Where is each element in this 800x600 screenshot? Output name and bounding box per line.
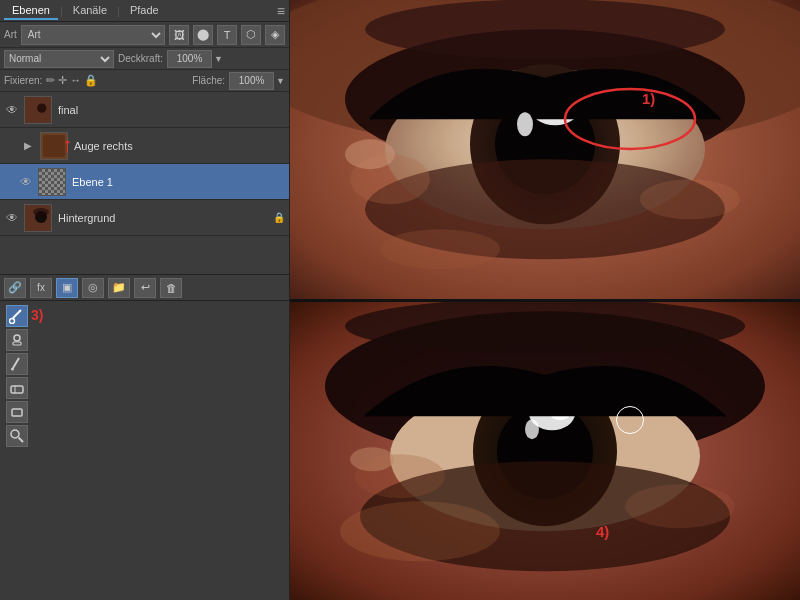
- svg-point-31: [345, 139, 395, 169]
- kind-label: Art: [4, 29, 17, 40]
- layer-thumb-ebene1: [38, 168, 66, 196]
- annotation-ellipse-1: [560, 84, 700, 154]
- opacity-value-group: ▼: [167, 50, 223, 68]
- svg-line-11: [13, 358, 19, 368]
- kind-icon-adjust[interactable]: ⬤: [193, 25, 213, 45]
- kind-icon-image[interactable]: 🖼: [169, 25, 189, 45]
- layer-name-hintergrund: Hintergrund: [54, 212, 269, 224]
- layer-row-auge-rechts[interactable]: ▶ Auge rechts: [0, 128, 289, 164]
- svg-point-33: [565, 89, 695, 149]
- btn-adjustment[interactable]: ↩: [134, 278, 156, 298]
- btn-delete[interactable]: 🗑: [160, 278, 182, 298]
- btn-new-layer[interactable]: ▣ 2)|: [56, 278, 78, 298]
- svg-line-17: [19, 438, 24, 443]
- tool-row-6: [6, 425, 28, 447]
- panel-bottom-bar: 🔗 fx ▣ 2)| ◎ 📁 ↩ 🗑: [0, 274, 289, 300]
- svg-rect-10: [13, 342, 21, 345]
- layer-name-final: final: [54, 104, 287, 116]
- fix-icon-lock[interactable]: 🔒: [84, 74, 98, 87]
- btn-fx[interactable]: fx: [30, 278, 52, 298]
- layer-vis-final[interactable]: 👁: [2, 103, 22, 117]
- photo-top: 1): [290, 0, 800, 299]
- annotation-3: 3): [31, 307, 43, 323]
- svg-point-12: [11, 368, 14, 371]
- kind-select[interactable]: Art: [21, 25, 165, 45]
- kind-icon-shape[interactable]: ⬡: [241, 25, 261, 45]
- svg-point-8: [10, 319, 15, 324]
- btn-link[interactable]: 🔗: [4, 278, 26, 298]
- layer-row-hintergrund[interactable]: 👁 Hintergrund 🔒: [0, 200, 289, 236]
- panel-menu-icon[interactable]: ≡: [277, 3, 285, 19]
- svg-rect-3: [43, 135, 65, 157]
- btn-folder[interactable]: 📁: [108, 278, 130, 298]
- layer-row-final[interactable]: 👁 final: [0, 92, 289, 128]
- layer-name-auge: Auge rechts: [70, 140, 287, 152]
- fill-input[interactable]: [229, 72, 274, 90]
- tool-row-5: [6, 401, 28, 423]
- svg-point-45: [625, 484, 735, 528]
- kind-icon-text[interactable]: T: [217, 25, 237, 45]
- svg-rect-15: [12, 409, 22, 416]
- btn-mask[interactable]: ◎: [82, 278, 104, 298]
- tool-shape[interactable]: [6, 401, 28, 423]
- tools-panel: 3): [0, 300, 290, 600]
- photo-area: 1): [290, 0, 800, 600]
- tool-row-3: [6, 353, 28, 375]
- svg-point-47: [340, 501, 500, 561]
- layer-vis-ebene1[interactable]: 👁: [16, 175, 36, 189]
- layer-row-ebene1[interactable]: 👁 Ebene 1 ↑: [0, 164, 289, 200]
- svg-point-9: [14, 335, 20, 341]
- tool-row-1: 3): [6, 305, 28, 327]
- layer-thumb-auge: [40, 132, 68, 160]
- photo-bottom: 4): [290, 302, 800, 601]
- fill-value-group: ▼: [229, 72, 285, 90]
- tab-kanaele[interactable]: Kanäle: [65, 2, 115, 20]
- tool-eyedropper[interactable]: [6, 353, 28, 375]
- fix-label: Fixieren:: [4, 75, 42, 86]
- layer-vis-hintergrund[interactable]: 👁: [2, 211, 22, 225]
- svg-point-6: [33, 208, 49, 216]
- tab-ebenen[interactable]: Ebenen: [4, 2, 58, 20]
- panel-tabs: Ebenen | Kanäle | Pfade ≡: [0, 0, 289, 22]
- blend-row: Normal Deckkraft: ▼: [0, 48, 289, 70]
- svg-point-1: [37, 103, 46, 112]
- svg-point-42: [525, 419, 539, 439]
- tool-row-4: [6, 377, 28, 399]
- fix-icons: ✏ ✛ ↔ 🔒: [46, 74, 98, 87]
- opacity-input[interactable]: [167, 50, 212, 68]
- svg-point-30: [380, 229, 500, 269]
- svg-rect-13: [11, 386, 23, 393]
- fix-icon-transform[interactable]: ↔: [70, 74, 81, 87]
- svg-point-29: [640, 179, 740, 219]
- blend-mode-select[interactable]: Normal: [4, 50, 114, 68]
- layer-name-ebene1: Ebene 1: [68, 176, 287, 188]
- layer-thumb-final: [24, 96, 52, 124]
- layer-expand-auge[interactable]: ▶: [24, 140, 38, 151]
- svg-point-32: [517, 112, 533, 136]
- tools-grid: 3): [6, 305, 28, 447]
- svg-line-7: [13, 310, 21, 318]
- fix-row: Fixieren: ✏ ✛ ↔ 🔒 Fläche: ▼: [0, 70, 289, 92]
- annotation-label-4: 4): [596, 523, 609, 540]
- layer-kind-row: Art Art 🖼 ⬤ T ⬡ ◈: [0, 22, 289, 48]
- tool-zoom[interactable]: [6, 425, 28, 447]
- fill-label: Fläche:: [192, 75, 225, 86]
- svg-point-16: [11, 430, 19, 438]
- tool-row-2: [6, 329, 28, 351]
- tool-eraser[interactable]: [6, 377, 28, 399]
- tab-pfade[interactable]: Pfade: [122, 2, 167, 20]
- tool-brush[interactable]: 3): [6, 305, 28, 327]
- opacity-label: Deckkraft:: [118, 53, 163, 64]
- kind-icon-smart[interactable]: ◈: [265, 25, 285, 45]
- fix-icon-pencil[interactable]: ✏: [46, 74, 55, 87]
- svg-point-21: [365, 0, 725, 59]
- layer-thumb-hintergrund: [24, 204, 52, 232]
- tool-stamp[interactable]: [6, 329, 28, 351]
- fix-icon-move[interactable]: ✛: [58, 74, 67, 87]
- layers-list: 👁 final ▶ Auge re: [0, 92, 289, 274]
- annotation-label-1: 1): [642, 90, 655, 107]
- svg-point-46: [350, 447, 394, 471]
- layer-lock-hintergrund: 🔒: [271, 212, 287, 223]
